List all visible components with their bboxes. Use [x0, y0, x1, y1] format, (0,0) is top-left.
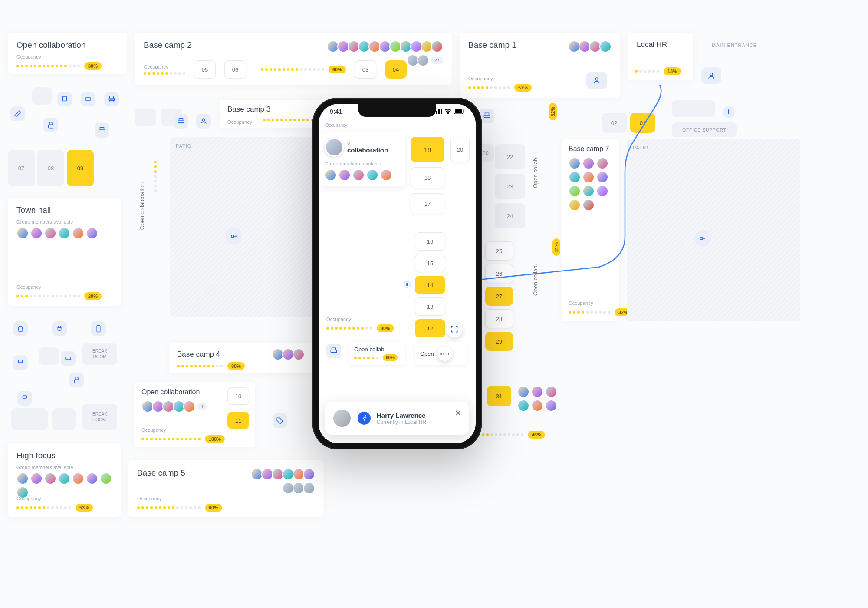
seat-22[interactable]: 22	[495, 144, 525, 169]
key-icon[interactable]	[694, 230, 711, 247]
phone-seat-14[interactable]: 14	[415, 276, 445, 294]
open-collab-chip-1[interactable]: Open collab. 80%	[349, 342, 405, 365]
profile-name: Harry Lawrence	[377, 412, 426, 419]
status-time: 9:41	[330, 108, 342, 115]
person-icon[interactable]	[196, 114, 211, 129]
phone-screen[interactable]: 9:41 Occupancy	[319, 104, 476, 443]
card-high-focus[interactable]: High focus Group members available Occup…	[8, 443, 121, 517]
card-title: Base camp 4	[177, 350, 220, 359]
seat-23[interactable]: 23	[495, 174, 525, 199]
office-support-label: OFFICE SUPPORT	[672, 122, 737, 137]
more-button[interactable]: ooo	[437, 346, 452, 361]
card-base-camp-1[interactable]: Base camp 1 Occupancy 57%	[460, 33, 620, 98]
seat-07[interactable]: 07	[8, 150, 35, 186]
patio-area-right	[627, 139, 800, 321]
group-members-label: Group members available	[16, 219, 112, 225]
tag-icon[interactable]	[273, 413, 287, 428]
chair-icon[interactable]	[17, 391, 32, 406]
occupancy-badge: 53%	[76, 504, 93, 512]
activity-icon	[358, 412, 371, 425]
seat-01[interactable]: 01	[630, 113, 655, 133]
occupancy-badge: 46%	[528, 431, 545, 439]
phone-seat-18[interactable]: 18	[411, 167, 444, 188]
lock-icon[interactable]	[43, 118, 58, 132]
occupancy-label: Occupancy	[569, 301, 613, 306]
info-icon[interactable]: i	[723, 106, 735, 118]
occupancy-dots	[569, 311, 610, 314]
card-town-hall[interactable]: Town hall Group members available Occupa…	[8, 198, 121, 306]
profile-card[interactable]: ✕ Harry Lawrence Currently in Local HR	[326, 402, 469, 435]
seat-10[interactable]: 10	[227, 387, 249, 405]
chip-badge: 80%	[383, 354, 398, 361]
occupancy-badge: 60%	[205, 504, 222, 512]
seat-31[interactable]: 31	[487, 386, 511, 406]
occupancy-label: Occupancy	[16, 284, 112, 290]
printer-icon[interactable]	[104, 92, 119, 106]
close-icon[interactable]: ✕	[454, 408, 462, 418]
seat-05[interactable]: 05	[194, 60, 216, 79]
phone-seat-19[interactable]: 19	[411, 137, 444, 162]
svg-point-27	[447, 113, 448, 114]
battery-icon	[454, 108, 464, 115]
avatar	[325, 138, 344, 157]
seat-11[interactable]: 11	[227, 412, 249, 429]
seat-25[interactable]: 25	[485, 241, 513, 261]
person-icon-entrance[interactable]	[701, 67, 721, 84]
break-room-1: BREAK ROOM	[82, 343, 117, 365]
svg-point-1	[710, 73, 713, 76]
phone-seat-16[interactable]: 16	[415, 232, 445, 251]
seat-26[interactable]: 26	[485, 264, 513, 283]
occupancy-dots	[468, 86, 510, 89]
printer-icon[interactable]	[326, 344, 341, 358]
card-open-collaboration-1[interactable]: Open collaboration Occupancy 80%	[8, 33, 127, 74]
seat-08[interactable]: 08	[37, 150, 64, 186]
card-base-camp-5[interactable]: Base camp 5 Occupancy 60%	[128, 460, 324, 517]
seat-28[interactable]: 28	[485, 309, 513, 328]
phone-seat-17[interactable]: 17	[411, 193, 444, 214]
person-icon[interactable]	[586, 72, 607, 89]
card-base-camp-4[interactable]: Base camp 4 80%	[169, 343, 312, 373]
svg-rect-24	[436, 111, 437, 114]
open-collab-chip-2[interactable]: Open ooo	[415, 342, 467, 365]
scan-button[interactable]	[446, 321, 463, 337]
avatar-row	[16, 227, 112, 239]
patio-label: PATIO	[633, 145, 648, 150]
svg-rect-30	[464, 110, 464, 112]
key-icon[interactable]	[226, 228, 242, 245]
card-base-camp-7[interactable]: Base camp 7 Occupancy 32%	[562, 139, 619, 321]
sofa-icon[interactable]	[81, 92, 95, 106]
printer-icon[interactable]	[480, 109, 494, 123]
floorplan-canvas[interactable]: Open collaboration Occupancy 80% Base ca…	[0, 0, 868, 608]
phone-seat-20[interactable]: 20	[450, 137, 470, 162]
seat-06[interactable]: 06	[224, 60, 246, 79]
seat-03[interactable]: 03	[355, 60, 376, 79]
seat-24[interactable]: 24	[495, 203, 525, 228]
printer-icon[interactable]	[174, 114, 188, 129]
open-collab-vertical-2: Open collab.	[532, 264, 539, 296]
phone-seat-15[interactable]: 15	[415, 254, 445, 272]
phone-seat-13[interactable]: 13	[415, 297, 445, 316]
card-title: Base camp 3	[227, 105, 270, 114]
trash-icon[interactable]	[13, 321, 28, 336]
seat-02[interactable]: 02	[602, 113, 627, 133]
sofa-icon[interactable]	[61, 351, 76, 366]
printer-icon-2[interactable]	[95, 123, 109, 138]
edit-icon[interactable]	[10, 106, 25, 121]
power-icon[interactable]	[52, 321, 67, 336]
seat-29[interactable]: 29	[485, 332, 513, 351]
lock-icon[interactable]	[69, 373, 84, 387]
chair-icon[interactable]	[13, 355, 28, 370]
seat-27[interactable]: 27	[485, 287, 513, 306]
phone-seat-12[interactable]: 12	[415, 319, 445, 337]
occupancy-dots	[635, 70, 659, 73]
card-local-hr[interactable]: Local HR 13%	[628, 33, 693, 80]
phone-icon[interactable]	[91, 321, 106, 336]
card-title: Base camp 2	[144, 40, 192, 62]
seat-09[interactable]: 09	[67, 150, 94, 186]
seat-04[interactable]: 04	[385, 60, 407, 79]
card-base-camp-2[interactable]: Base camp 2 27 Occupancy 05 06 60%	[135, 33, 452, 85]
empty-seat	[135, 109, 156, 126]
svg-point-0	[595, 78, 598, 80]
avatar-row	[141, 400, 195, 413]
chair-icon[interactable]	[57, 92, 72, 106]
